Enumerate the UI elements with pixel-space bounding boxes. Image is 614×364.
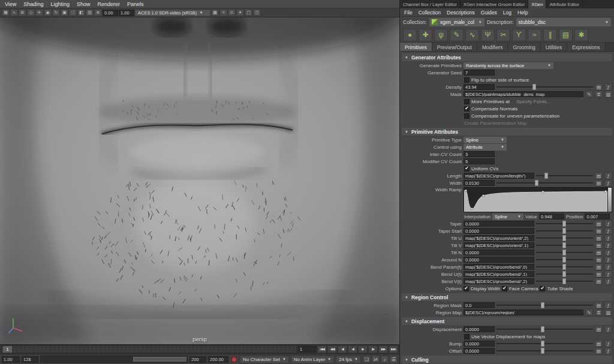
colorspace-dropdown[interactable]: ACES 1.0 SDR-video (sRGB) ▼	[135, 10, 210, 16]
tab-modifiers[interactable]: Modifiers	[477, 43, 508, 51]
add-description-icon[interactable]: ✚	[419, 29, 432, 41]
more-primitives-at-checkbox[interactable]	[464, 99, 469, 104]
region-mask-field[interactable]: 0.0	[463, 302, 495, 308]
menu-view[interactable]: View	[5, 1, 16, 7]
fps-dropdown[interactable]: 24 fps▼	[336, 356, 361, 363]
play-forwards-button[interactable]: ▶	[358, 345, 368, 353]
play-backwards-button[interactable]: ◀	[348, 345, 357, 353]
offset-slider[interactable]	[496, 348, 593, 354]
face-camera-checkbox[interactable]	[502, 286, 507, 291]
textured-icon[interactable]: ▥	[86, 9, 94, 16]
compensate-for-uneven-parameterization-checkbox[interactable]	[464, 113, 469, 119]
tilt-n-field[interactable]: 0.0000	[463, 249, 534, 255]
slider-handle[interactable]	[544, 173, 548, 179]
clump-icon[interactable]: ϒ	[512, 29, 526, 41]
generator-seed-field[interactable]: 7	[463, 70, 495, 76]
slider-handle[interactable]	[562, 228, 566, 234]
slider-handle[interactable]	[562, 249, 566, 255]
snap-point-icon[interactable]: ⊞	[19, 9, 26, 16]
length-field[interactable]: map('${DESC}/groom/length/')	[463, 173, 534, 179]
noise-icon[interactable]: ≈	[528, 29, 541, 41]
map-button[interactable]: ▤	[595, 302, 603, 309]
length-wave-icon[interactable]: ∿	[465, 29, 479, 41]
wireframe-icon[interactable]: □	[69, 9, 77, 16]
offset-field[interactable]: 0.0000	[463, 348, 495, 354]
control-using-dropdown[interactable]: Attribute▼	[463, 144, 507, 151]
inter-cv-count-field[interactable]: 3	[463, 151, 495, 157]
menu-show[interactable]: Show	[77, 1, 91, 7]
utility-icon[interactable]: ✱	[574, 29, 588, 41]
around-n-field[interactable]: 0.0000	[463, 257, 534, 263]
menu-lines-icon[interactable]: ≡	[219, 9, 227, 16]
section-header-displacement[interactable]: ▼Displacement	[402, 317, 612, 325]
displacement-slider[interactable]	[496, 326, 593, 332]
displacement-field[interactable]: 0.0000	[463, 326, 495, 332]
tab-preview-output[interactable]: Preview/Output	[432, 43, 477, 51]
width-ramp-graph[interactable]	[463, 187, 612, 212]
bump-field[interactable]: 0.0000	[463, 341, 495, 347]
file-button[interactable]: ≣	[595, 309, 603, 316]
paint-button[interactable]: ✎	[585, 91, 593, 98]
interpolation-dropdown[interactable]: Spline▼	[492, 213, 523, 220]
gradient-icon[interactable]: ◫	[253, 9, 261, 16]
menu-file[interactable]: File	[404, 10, 413, 16]
menu-shading[interactable]: Shading	[23, 1, 43, 7]
display-width-checkbox[interactable]	[463, 286, 469, 291]
description-dropdown[interactable]: stubble_dsc ▼	[516, 18, 611, 26]
slider-handle[interactable]	[541, 302, 544, 308]
taper-field[interactable]: 0.0000	[463, 221, 534, 227]
uniform-cvs-checkbox[interactable]	[464, 166, 469, 172]
tab-utilities[interactable]: Utilities	[541, 43, 567, 51]
description-sphere-icon[interactable]: ●	[403, 29, 417, 41]
file-button[interactable]: ≣	[595, 91, 603, 98]
around-n-slider[interactable]	[536, 257, 593, 263]
folder-button[interactable]: ▥	[604, 309, 612, 316]
snap-plane-icon[interactable]: ◇	[27, 9, 35, 16]
aa-icon[interactable]: ⊙	[228, 9, 236, 16]
menu-descriptions[interactable]: Descriptions	[447, 10, 475, 16]
expression-button[interactable]: ƒ	[604, 270, 612, 278]
map-button[interactable]: ▤	[595, 220, 603, 227]
comb-icon[interactable]: Ψ	[481, 29, 495, 41]
go-to-end-button[interactable]: ▶▶|	[389, 345, 398, 353]
tab-xgen[interactable]: XGen	[528, 0, 546, 8]
expression-button[interactable]: ƒ	[604, 278, 612, 285]
collection-dropdown[interactable]: xgen_male_col ▼	[429, 18, 484, 26]
map-layers-icon[interactable]: ▤	[559, 29, 573, 41]
map-button[interactable]: ▤	[595, 234, 603, 242]
paint-button[interactable]: ✎	[585, 309, 593, 316]
slider-handle[interactable]	[541, 326, 544, 332]
toggle-icon[interactable]: ⇄	[372, 356, 380, 363]
menu-collection[interactable]: Collection	[419, 10, 441, 16]
bump-slider[interactable]	[496, 341, 593, 347]
snap-curve-icon[interactable]: ∿	[10, 9, 18, 16]
specify-points-button[interactable]: Specify Points...	[516, 99, 550, 104]
exposure-field[interactable]: 0.00	[103, 10, 118, 16]
menu-log[interactable]: Log	[503, 10, 511, 16]
map-button[interactable]: ▤	[595, 347, 603, 354]
expression-button[interactable]: ƒ	[604, 302, 612, 309]
expression-button[interactable]: ƒ	[604, 220, 612, 227]
expression-button[interactable]: ƒ	[604, 227, 612, 234]
tab-attribute-editor[interactable]: Attribute Editor	[546, 0, 583, 8]
tab-channel-box[interactable]: Channel Box / Layer Editor	[400, 0, 460, 8]
expression-button[interactable]: ƒ	[604, 263, 612, 270]
frame-icon[interactable]: ▢	[245, 9, 252, 16]
bend-v-t-field[interactable]: map('${DESC}/groom/bend/',2)	[463, 278, 534, 284]
playback-start-field[interactable]: 128	[22, 356, 38, 363]
sound-icon[interactable]: ♪	[381, 356, 389, 363]
tab-xgen-interactive-groom[interactable]: XGen Interactive Groom Editor	[460, 0, 529, 8]
tilt-v-slider[interactable]	[536, 242, 593, 248]
current-time-field[interactable]: 1	[298, 346, 316, 353]
snap-grid-icon[interactable]: ▦	[2, 9, 10, 16]
range-slider-handle[interactable]	[133, 357, 186, 362]
gamma-field[interactable]: 1.00	[119, 10, 134, 16]
isolate-icon[interactable]: ▣	[61, 9, 68, 16]
expression-button[interactable]: ƒ	[604, 249, 612, 256]
slider-handle[interactable]	[562, 221, 566, 227]
slider-handle[interactable]	[535, 180, 538, 186]
map-button[interactable]: ▤	[595, 172, 603, 179]
length-slider[interactable]	[536, 173, 593, 179]
slider-handle[interactable]	[541, 348, 544, 354]
groom-hair-icon[interactable]: ψ	[434, 29, 448, 41]
